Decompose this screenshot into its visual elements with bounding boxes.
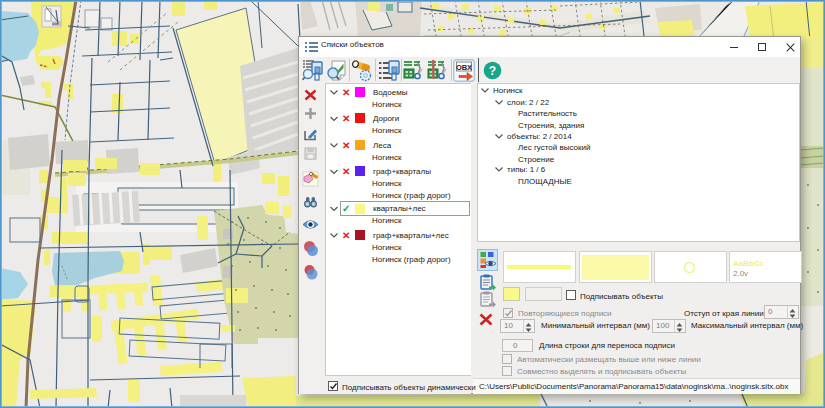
svg-text:?: ? [489,64,496,78]
svg-text:ОВХ: ОВХ [456,63,472,72]
